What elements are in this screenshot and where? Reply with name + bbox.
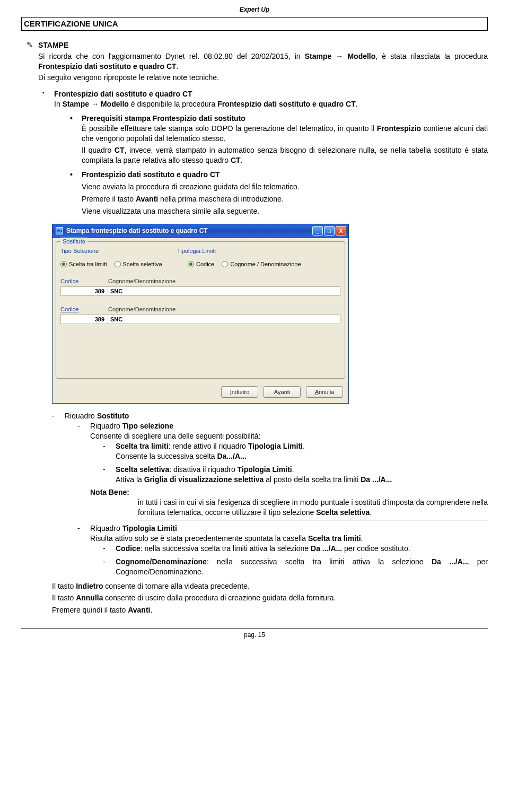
close-button[interactable]: X: [336, 226, 346, 235]
text: CT: [231, 156, 241, 164]
dash-item-tl1: Codice: nella successiva scelta tra limi…: [103, 544, 488, 554]
page-number: pag. 15: [21, 631, 488, 639]
radio-label: Codice: [196, 260, 214, 268]
data-row-to: 389 SNC: [60, 315, 340, 324]
text: Da .../A...: [311, 544, 342, 553]
groupbox-sostituto: Sostituto Tipo Selezione Tipologia Limit…: [56, 241, 345, 379]
text: nella prima maschera di introduzione.: [158, 195, 284, 203]
text: Griglia di visualizzazione selettiva: [144, 475, 264, 484]
text: .: [241, 156, 243, 164]
header-cognome: Cognome/Denominazione: [108, 277, 175, 285]
minimize-button[interactable]: _: [312, 226, 323, 235]
text: consente di tornare alla videata precede…: [103, 582, 249, 590]
plain-avanti: Premere quindi il tasto Avanti.: [52, 605, 488, 615]
dash-item-sostituto: Riquadro Sostituto Riquadro Tipo selezio…: [52, 411, 488, 577]
cell-cognome[interactable]: SNC: [108, 286, 340, 296]
dash-item-op2: Scelta selettiva: disattiva il riquadro …: [103, 465, 488, 485]
text: Da .../A...: [361, 475, 392, 484]
text: Scelta tra limiti: [308, 534, 361, 543]
nota-bene-body: in tutti i casi in cui vi sia l'esigenza…: [138, 497, 488, 520]
dot2-title: Frontespizio dati sostituto e quadro CT: [82, 170, 220, 179]
text: Stampe: [63, 100, 90, 108]
annulla-button[interactable]: Annulla: [306, 386, 343, 398]
radio-icon: [115, 261, 121, 267]
radio-codice[interactable]: Codice: [188, 260, 214, 268]
text: Riquadro: [90, 422, 122, 430]
square-bullet-item: Frontespizio dati sostituto e quadro CT …: [42, 89, 488, 216]
btn-label: nnulla: [319, 388, 334, 396]
radio-scelta-selettiva[interactable]: Scelta selettiva: [115, 260, 162, 268]
text: Frontespizio dati sostituto e quadro CT: [217, 100, 356, 108]
dialog-window: eu Stampa frontespizio dati sostituto e …: [52, 224, 349, 404]
text: .: [361, 534, 363, 543]
cell-cognome[interactable]: SNC: [108, 315, 340, 324]
text: Riquadro: [90, 524, 122, 532]
text: Scelta tra limiti: [116, 442, 169, 450]
nota-bene-label: Nota Bene:: [90, 488, 129, 496]
text: .: [177, 62, 179, 71]
radio-cognome-denominazione[interactable]: Cognome / Denominazione: [222, 260, 301, 268]
text: Avanti: [128, 606, 150, 614]
dot2-p1: Viene avviata la procedura di creazione …: [82, 182, 488, 192]
text: Consente la successiva scelta: [116, 452, 217, 460]
hand-icon: ✎: [27, 40, 33, 83]
text: .: [356, 100, 358, 108]
text: : nella successiva scelta tra limiti att…: [207, 557, 432, 566]
dot2-p3: Viene visualizzata una maschera simile a…: [82, 206, 488, 216]
maximize-button[interactable]: □: [324, 226, 335, 235]
text: Tipo selezione: [122, 422, 173, 430]
text: Tipologia Limiti: [248, 442, 303, 450]
text: Indietro: [76, 582, 103, 590]
text: Consente di scegliere una delle seguenti…: [90, 432, 260, 440]
text: .: [292, 465, 294, 474]
text: Il quadro: [82, 146, 115, 154]
text: Tipologia Limiti: [122, 524, 177, 532]
text: Sostituto: [97, 412, 129, 420]
text: , invece, verrà stampato in automatico s…: [82, 146, 488, 164]
dialog-titlebar[interactable]: eu Stampa frontespizio dati sostituto e …: [52, 224, 348, 238]
stampe-heading: STAMPE: [38, 40, 488, 50]
section-title: CERTIFICAZIONE UNICA: [24, 19, 118, 28]
text: Avanti: [136, 195, 158, 203]
header-codice[interactable]: Codice: [60, 277, 108, 285]
indietro-button[interactable]: Indietro: [221, 386, 258, 398]
text: .: [370, 508, 372, 517]
cell-codice[interactable]: 389: [60, 315, 108, 324]
section-title-box: CERTIFICAZIONE UNICA: [21, 17, 488, 31]
radio-scelta-tra-limiti[interactable]: Scelta tra limiti: [60, 260, 107, 268]
dash-item-tipologia-limiti: Riquadro Tipologia Limiti Risulta attivo…: [77, 523, 488, 577]
dash-item-tipo-selezione: Riquadro Tipo selezione Consente di sceg…: [77, 421, 488, 520]
text: È possibile effettuare tale stampa solo …: [82, 124, 377, 133]
radio-label: Scelta selettiva: [123, 260, 162, 268]
text: Attiva la: [116, 475, 144, 484]
text: Il tasto: [52, 582, 76, 590]
text: Frontespizio: [377, 124, 421, 133]
cell-codice[interactable]: 389: [60, 286, 108, 296]
dash-item-tl2: Cognome/Denominazione: nella successiva …: [103, 557, 488, 577]
radio-icon: [188, 261, 194, 267]
text: →: [331, 52, 347, 60]
text: Frontespizio dati sostituto e quadro CT: [38, 62, 177, 71]
text: è disponibile la procedura: [129, 100, 217, 108]
text: per codice sostituto.: [342, 544, 410, 553]
text: consente di uscire dalla procedura di cr…: [103, 593, 336, 602]
avanti-button[interactable]: Avanti: [264, 386, 301, 398]
text: Modello: [347, 52, 375, 60]
text: Si ricorda che con l'aggiornamento Dynet…: [38, 52, 305, 60]
text: CT: [115, 146, 125, 154]
text: Da.../A...: [217, 452, 246, 460]
text: Modello: [101, 100, 129, 108]
footer-rule: [21, 628, 488, 628]
header-codice[interactable]: Codice: [60, 305, 108, 313]
dot1-title: Prerequisiti stampa Frontespizio dati so…: [82, 114, 245, 123]
header-cognome: Cognome/Denominazione: [108, 305, 175, 313]
data-row-from: 389 SNC: [60, 286, 340, 296]
header-tipologia-limiti: Tipologia Limiti: [177, 247, 216, 255]
text: Scelta selettiva: [316, 508, 370, 517]
text: Riquadro: [65, 412, 97, 420]
text: Stampe: [305, 52, 332, 60]
dialog-title: Stampa frontespizio dati sostituto e qua…: [66, 226, 208, 235]
stampe-note: Di seguito vengono riproposte le relativ…: [38, 73, 488, 83]
text: Premere quindi il tasto: [52, 606, 128, 614]
header-product: Expert Up: [21, 5, 488, 14]
